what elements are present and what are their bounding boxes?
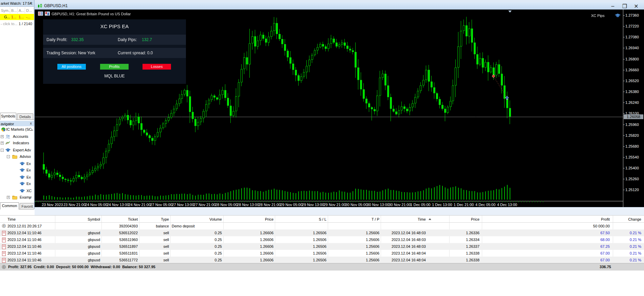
column-header-time[interactable]: Time: [7, 216, 16, 222]
column-header-ticket[interactable]: Ticket: [128, 216, 138, 222]
price-tick: [623, 70, 625, 70]
history-row[interactable]: 2023.12.04 11:10:46gbpusd536511960sell0.…: [0, 236, 644, 243]
tree-item-examp[interactable]: +Examp: [0, 194, 34, 201]
time-axis-label: 23 Nov 2023: [42, 203, 63, 207]
cap-icon: [20, 162, 24, 166]
time-axis-label: 24 Nov 05:00: [85, 203, 107, 207]
time-axis-label: 30 Nov 13:00: [367, 203, 389, 207]
column-header-volume[interactable]: Volume: [209, 216, 222, 222]
tree-item-indicators[interactable]: +Indicators: [0, 140, 34, 146]
maximize-button[interactable]: ❒: [620, 3, 629, 8]
market-watch-column-header[interactable]: B...: [10, 7, 18, 14]
column-header-profit[interactable]: Profit: [601, 216, 610, 222]
time-axis-label: 30 Nov 21:00: [389, 203, 411, 207]
cell-sl: 1.26506: [313, 250, 326, 257]
column-header-sl[interactable]: S / L: [319, 216, 326, 222]
close-button[interactable]: ✕: [632, 3, 641, 8]
column-header-change[interactable]: Change: [628, 216, 641, 222]
market-watch-click-to-add[interactable]: - click to...: [1, 21, 18, 26]
profits-button[interactable]: Profits: [100, 64, 129, 70]
expand-icon[interactable]: +: [1, 142, 4, 145]
tree-item-ex[interactable]: Ex: [0, 167, 34, 173]
tab-details[interactable]: Details: [17, 113, 33, 119]
tree-item-ex[interactable]: Ex: [0, 181, 34, 187]
tree-item-ic-markets-sc[interactable]: IC Markets (SC: [0, 126, 34, 133]
tree-item-accounts[interactable]: +Accounts: [0, 133, 34, 140]
scroll-up-icon[interactable]: [31, 129, 33, 131]
market-watch-quote-value[interactable]: 1...: [10, 14, 18, 20]
all-positions-button[interactable]: All positions: [57, 64, 86, 70]
collapse-icon[interactable]: -: [1, 149, 4, 152]
candlestick-icon: [37, 4, 43, 8]
market-watch-symbol-name[interactable]: G...: [0, 14, 10, 20]
column-header-tp[interactable]: T / P: [372, 216, 379, 222]
cap-icon: [20, 168, 24, 172]
expand-icon[interactable]: +: [1, 135, 4, 138]
column-header-price[interactable]: Price: [265, 216, 273, 222]
expand-icon[interactable]: +: [7, 196, 10, 199]
cell-time: 2023.12.01 20:26:17: [7, 223, 42, 229]
daily-pips-label: Daily Pips:: [118, 35, 137, 45]
history-row[interactable]: 2023.12.04 11:10:46gbpusd536511831sell0.…: [0, 250, 644, 257]
cell-profit: 67.00: [600, 250, 610, 257]
deal-icon: [2, 238, 6, 242]
chart-window-titlebar[interactable]: [35, 2, 644, 10]
time-axis-label: 28 Nov 05:00: [215, 203, 237, 207]
price-tick: [623, 179, 625, 179]
tree-item-label: Ex: [26, 174, 31, 181]
cell-change: 0.21 %: [630, 236, 641, 243]
cell-comment: Demo deposit: [172, 223, 195, 229]
market-watch-column-header[interactable]: A...: [18, 7, 25, 14]
column-header-time2[interactable]: Time: [418, 216, 426, 222]
tab-favorites[interactable]: Favorit: [20, 203, 35, 209]
cell-change: 0.21 %: [630, 257, 641, 263]
time-axis-label: 30 Nov 05:00: [345, 203, 367, 207]
tab-symbols[interactable]: Symbols: [0, 113, 16, 120]
current-bar-marker: [508, 11, 512, 13]
time-axis-ticks: [35, 201, 544, 202]
tree-item-label: Adviso: [20, 153, 31, 160]
tree-item-xc[interactable]: XC: [0, 188, 34, 194]
minimize-button[interactable]: –: [608, 3, 617, 8]
ea-panel-title: XC PIPS EA: [43, 23, 186, 29]
price-axis[interactable]: 1.273601.272201.270801.269401.268001.266…: [623, 10, 644, 207]
price-axis-label: 1.25400: [625, 166, 639, 170]
navigator-tabs: CommonFavorit: [0, 202, 34, 209]
cell-price: 1.26606: [260, 229, 273, 236]
tab-common[interactable]: Common: [0, 202, 19, 209]
history-row[interactable]: 2023.12.04 11:10:46gbpusd536512022sell0.…: [0, 229, 644, 236]
price-axis-label: 1.25820: [625, 133, 639, 137]
tree-item-ex[interactable]: Ex: [0, 161, 34, 167]
cell-price2: 1.26336: [466, 229, 479, 236]
sort-ascending-icon[interactable]: [429, 218, 431, 220]
tree-item-expert-adv[interactable]: -Expert Adv: [0, 147, 34, 153]
history-row[interactable]: +2023.12.01 20:26:17392004393balance50 0…: [0, 223, 644, 229]
tree-item-ex[interactable]: Ex: [0, 174, 34, 181]
history-row[interactable]: 2023.12.04 11:10:46gbpusd536511897sell0.…: [0, 243, 644, 250]
market-watch-column-header[interactable]: D...: [25, 7, 34, 14]
market-watch-quote-value[interactable]: 1...: [18, 14, 25, 20]
column-header-type[interactable]: Type: [161, 216, 169, 222]
scroll-down-icon[interactable]: [29, 197, 32, 198]
navigator-close-icon[interactable]: x: [29, 121, 33, 127]
cell-tp: 1.25606: [366, 250, 379, 257]
price-tick: [623, 146, 625, 147]
time-axis-label: 1 Dec 21:00: [454, 203, 474, 207]
time-axis-label: 27 Nov 21:00: [193, 203, 215, 207]
history-row[interactable]: 2023.12.04 11:10:46gbpusd536511772sell0.…: [0, 257, 644, 263]
collapse-icon[interactable]: -: [7, 155, 10, 158]
market-watch-quote-value[interactable]: -...: [25, 14, 34, 20]
cell-tp: 1.25606: [366, 243, 379, 250]
balance-icon: +: [2, 265, 6, 269]
losses-button[interactable]: Losses: [143, 64, 171, 70]
daily-pips-value: 132.7: [142, 35, 152, 45]
column-header-symbol[interactable]: Symbol: [88, 216, 100, 222]
time-axis-label: 29 Nov 05:00: [280, 203, 302, 207]
market-watch-tabs: SymbolsDetails: [0, 113, 34, 120]
cell-type: sell: [163, 257, 169, 263]
tree-item-adviso[interactable]: -Adviso: [0, 153, 34, 160]
column-header-price2[interactable]: Price: [471, 216, 479, 222]
cell-sl: 1.26506: [313, 257, 326, 263]
market-watch-close-icon[interactable]: x: [29, 1, 33, 6]
market-watch-column-header[interactable]: Sym...: [0, 7, 10, 14]
